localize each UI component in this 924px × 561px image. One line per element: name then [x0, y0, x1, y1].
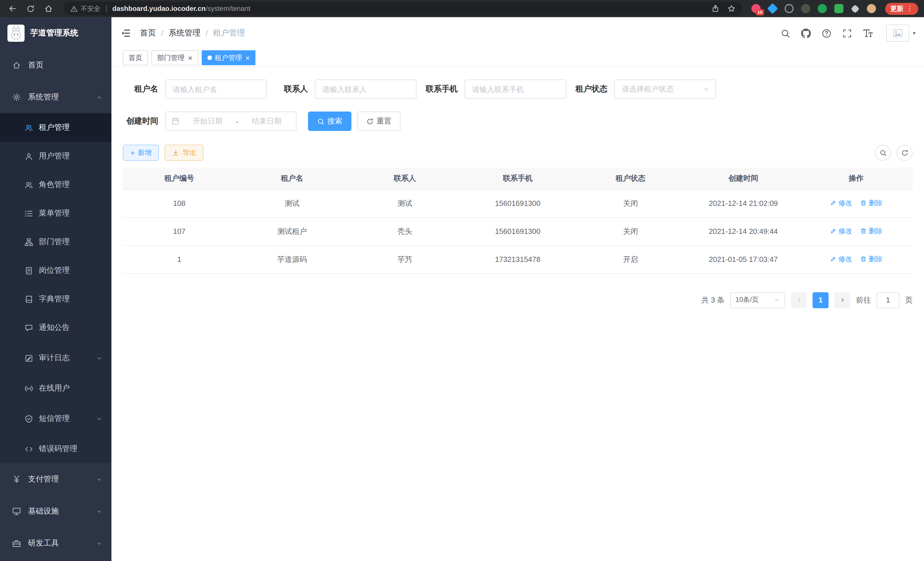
share-button[interactable] — [711, 5, 719, 13]
header-search-button[interactable] — [781, 28, 790, 38]
prev-page-button[interactable] — [791, 292, 807, 308]
system-submenu: 租户管理 用户管理 角色管理 菜单管理 — [0, 113, 111, 463]
cell-created: 2021-12-14 20:49:44 — [687, 217, 800, 245]
browser-back-button[interactable] — [8, 4, 17, 13]
user-menu[interactable]: ▾ — [886, 25, 915, 42]
phone-input[interactable] — [465, 80, 566, 99]
security-indicator[interactable]: 不安全 — [70, 4, 100, 13]
close-icon[interactable]: × — [188, 54, 192, 62]
search-button[interactable]: 搜索 — [308, 111, 351, 131]
chrome-update-button[interactable]: 更新 ⋮ — [885, 3, 918, 15]
sidebar-toggle-button[interactable] — [111, 17, 140, 49]
error-code-icon — [25, 445, 33, 453]
breadcrumb-home[interactable]: 首页 — [140, 28, 156, 38]
extension-icon-dark-ring[interactable] — [784, 4, 794, 13]
sidebar-item-post[interactable]: 岗位管理 — [0, 256, 111, 285]
delete-button[interactable]: 删除 — [860, 199, 883, 208]
home-icon — [44, 4, 53, 13]
bookmark-star-button[interactable] — [728, 5, 735, 13]
page-size-select[interactable]: 10条/页 — [730, 292, 785, 308]
chevron-down-icon — [774, 297, 780, 303]
contact-input[interactable] — [315, 80, 417, 99]
app-title: 芋道管理系统 — [30, 28, 78, 38]
sidebar-item-label: 错误码管理 — [39, 444, 77, 454]
delete-button[interactable]: 删除 — [860, 254, 883, 264]
sidebar-item-sms[interactable]: 短信管理 — [0, 403, 111, 435]
table-row: 108 测试 测试 15601691300 关闭 2021-12-14 21:0… — [123, 189, 913, 217]
reset-button[interactable]: 重置 — [357, 111, 400, 131]
tag-home[interactable]: 首页 — [123, 50, 148, 65]
sidebar-item-dev-tools[interactable]: 研发工具 — [0, 527, 111, 559]
create-time-range-input[interactable]: 开始日期 - 结束日期 — [165, 111, 297, 131]
pagination: 共 3 条 10条/页 1 前往 页 — [123, 292, 913, 308]
sidebar-item-role[interactable]: 角色管理 — [0, 170, 111, 199]
date-separator: - — [236, 117, 238, 126]
sidebar-item-label: 审计日志 — [39, 353, 70, 363]
sidebar-item-infrastructure[interactable]: 基础设施 — [0, 495, 111, 527]
profile-avatar[interactable] — [867, 4, 876, 13]
plus-icon: + — [130, 149, 135, 157]
roles-users-icon — [25, 180, 33, 189]
close-icon[interactable]: × — [245, 54, 250, 62]
search-icon — [781, 28, 790, 38]
chevron-down-icon — [96, 476, 102, 482]
post-badge-icon — [25, 266, 33, 275]
sidebar-item-label: 用户管理 — [39, 151, 70, 161]
delete-button[interactable]: 删除 — [860, 226, 883, 236]
cell-tenant-id: 107 — [123, 217, 236, 245]
fullscreen-button[interactable] — [843, 28, 852, 38]
add-button[interactable]: + 新增 — [123, 145, 159, 161]
github-button[interactable] — [801, 28, 811, 38]
address-bar[interactable]: 不安全 dashboard.yudao.iocoder.cn/system/te… — [63, 2, 742, 15]
sidebar-item-home[interactable]: 首页 — [0, 49, 111, 81]
browser-home-button[interactable] — [44, 4, 53, 13]
tag-label: 部门管理 — [157, 53, 184, 63]
extension-icon-olive[interactable] — [801, 4, 810, 13]
sidebar-item-audit-log[interactable]: 审计日志 — [0, 342, 111, 374]
announcement-icon — [25, 323, 33, 332]
refresh-table-button[interactable] — [897, 145, 913, 161]
extension-icon-green-circle[interactable] — [818, 4, 827, 13]
sidebar-item-label: 短信管理 — [39, 414, 70, 424]
cell-status: 关闭 — [574, 217, 687, 245]
sidebar-item-label: 基础设施 — [28, 506, 59, 516]
sidebar-item-system[interactable]: 系统管理 — [0, 81, 111, 113]
goto-page-input[interactable] — [877, 292, 899, 308]
sidebar-item-dict[interactable]: 字典管理 — [0, 285, 111, 313]
sidebar-item-user[interactable]: 用户管理 — [0, 142, 111, 170]
sidebar-item-menu[interactable]: 菜单管理 — [0, 199, 111, 228]
sidebar-item-tenant[interactable]: 租户管理 — [0, 113, 111, 142]
breadcrumb-system[interactable]: 系统管理 — [169, 28, 201, 38]
extension-icon-green-square[interactable] — [834, 4, 843, 13]
tag-tenant-active[interactable]: 租户管理 × — [201, 50, 255, 65]
docs-help-button[interactable] — [822, 28, 832, 38]
app-logo-row[interactable]: 芋道管理系统 — [0, 17, 111, 49]
sidebar-item-online-users[interactable]: 在线用户 — [0, 374, 111, 403]
tenant-status-select[interactable]: 请选择租户状态 — [614, 80, 716, 99]
extension-icon-blue[interactable] — [767, 3, 778, 14]
dictionary-book-icon — [25, 295, 33, 303]
edit-button[interactable]: 修改 — [830, 254, 852, 264]
edit-button[interactable]: 修改 — [830, 199, 852, 208]
active-dot — [207, 56, 212, 60]
font-size-button[interactable] — [863, 28, 873, 38]
toggle-search-button[interactable] — [875, 145, 891, 161]
sidebar-item-label: 岗位管理 — [39, 265, 70, 276]
sidebar-item-notice[interactable]: 通知公告 — [0, 313, 111, 342]
screen: 不安全 dashboard.yudao.iocoder.cn/system/te… — [0, 0, 924, 561]
export-button[interactable]: 导出 — [165, 145, 203, 161]
extension-icon-pink[interactable]: 10 — [752, 4, 760, 13]
breadcrumb: 首页 / 系统管理 / 租户管理 — [140, 28, 245, 38]
extensions-menu-button[interactable] — [851, 4, 860, 13]
page-number-button[interactable]: 1 — [813, 292, 829, 308]
edit-button[interactable]: 修改 — [830, 226, 852, 236]
tag-dept[interactable]: 部门管理 × — [152, 50, 198, 65]
select-placeholder: 请选择租户状态 — [622, 84, 674, 94]
sidebar-item-error-code[interactable]: 错误码管理 — [0, 435, 111, 463]
browser-reload-button[interactable] — [26, 4, 35, 13]
next-page-button[interactable] — [834, 292, 850, 308]
breadcrumb-separator: / — [161, 29, 164, 38]
sidebar-item-dept[interactable]: 部门管理 — [0, 228, 111, 256]
sidebar-item-payment[interactable]: 支付管理 — [0, 463, 111, 495]
tenant-name-input[interactable] — [165, 80, 267, 99]
